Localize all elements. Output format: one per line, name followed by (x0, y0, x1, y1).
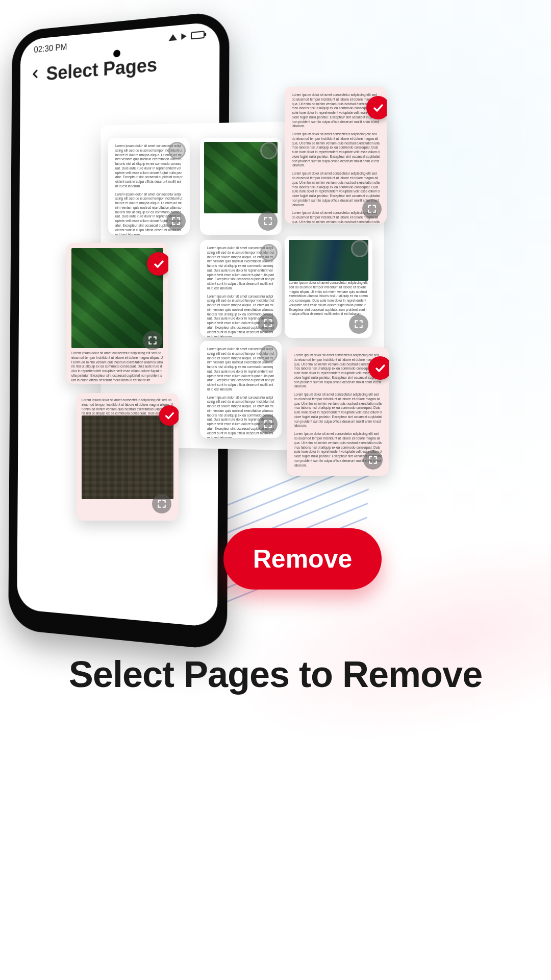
expand-icon[interactable] (258, 414, 278, 434)
select-circle[interactable] (260, 142, 278, 159)
check-icon[interactable] (366, 96, 387, 119)
expand-icon[interactable] (143, 331, 162, 350)
page-thumb-text-6[interactable]: Lorem ipsum dolor sit amet consectetur a… (287, 347, 389, 476)
battery-icon (191, 31, 205, 39)
status-time: 02:30 PM (34, 42, 67, 55)
wifi-icon (169, 34, 177, 41)
select-circle[interactable] (260, 345, 278, 362)
remove-button[interactable]: Remove (223, 528, 382, 590)
page-thumb-river[interactable]: Lorem ipsum dolor sit amet consectetur a… (285, 236, 372, 338)
expand-icon[interactable] (349, 314, 368, 334)
page-thumb-text-1[interactable]: Lorem ipsum dolor sit amet consectetur a… (108, 138, 190, 235)
marketing-caption: Select Pages to Remove (0, 653, 551, 695)
back-icon[interactable] (29, 67, 42, 83)
remove-button-label: Remove (253, 544, 353, 574)
expand-icon[interactable] (362, 199, 382, 218)
select-circle[interactable] (260, 244, 278, 261)
page-thumb-city-selected[interactable]: Lorem ipsum dolor sit amet consectetur a… (77, 393, 179, 521)
page-thumb-sat-1[interactable] (200, 138, 282, 235)
page-thumb-text-3[interactable]: Lorem ipsum dolor sit amet consectetur a… (200, 341, 282, 438)
expand-icon[interactable] (363, 450, 383, 470)
check-icon[interactable] (368, 356, 389, 380)
decorative-swoosh (201, 459, 551, 818)
page-thumb-text-5[interactable]: Lorem ipsum dolor sit amet consectetur a… (285, 87, 387, 224)
page-title: Select Pages (46, 54, 157, 85)
page-thumb-sat-selected[interactable]: Lorem ipsum dolor sit amet consectetur a… (66, 243, 168, 384)
select-circle[interactable] (168, 142, 186, 159)
expand-icon[interactable] (166, 211, 186, 231)
page-thumb-text-2[interactable]: Lorem ipsum dolor sit amet consectetur a… (200, 240, 282, 337)
expand-icon[interactable] (152, 494, 171, 513)
expand-icon[interactable] (258, 313, 278, 333)
expand-icon[interactable] (258, 211, 278, 231)
check-icon[interactable] (159, 405, 179, 426)
signal-icon (181, 33, 186, 40)
check-icon[interactable] (147, 252, 168, 276)
select-circle[interactable] (351, 240, 368, 257)
